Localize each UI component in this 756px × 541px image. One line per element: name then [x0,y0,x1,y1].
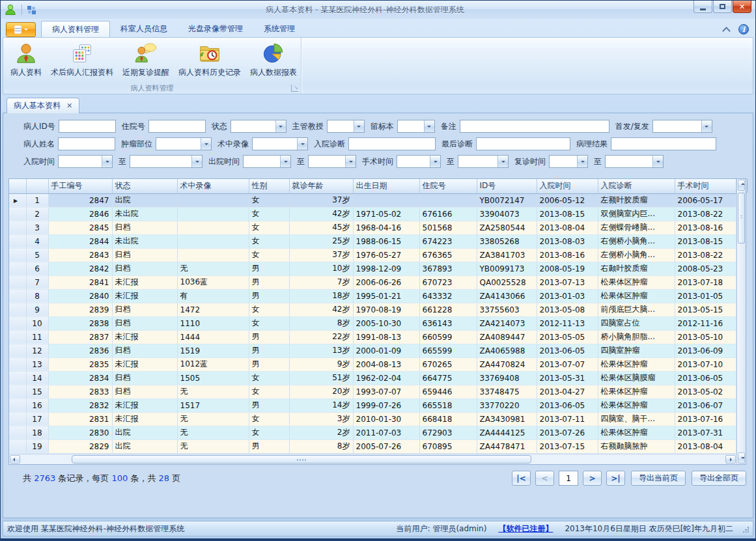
cell-manual_no[interactable]: 2831 [48,412,112,426]
export-button-1[interactable]: 导出当前页 [631,471,686,486]
table-row[interactable]: 92839归档1472女42岁1970-08-19661228337556032… [9,303,736,316]
cell-admit_time[interactable]: 2013-08-16 [537,248,598,262]
cell-diagnosis[interactable]: 桥小脑角胆脂... [598,330,675,344]
cell-diagnosis[interactable]: 松果体区肿瘤 [598,426,675,439]
column-header-admission_no[interactable]: 住院号 [419,179,477,193]
cell-admission_no[interactable]: 665599 [419,344,477,357]
cell-manual_no[interactable]: 2834 [48,371,112,385]
chevron-down-icon[interactable] [430,156,440,167]
cell-birthdate[interactable]: 2011-07-03 [353,426,419,439]
cell-id_no[interactable]: ZA4143066 [477,289,537,303]
table-row[interactable]: 12847出院女37岁YB00721472006-05-12左额叶胶质瘤2006… [9,193,736,207]
cell-admit_time[interactable]: 2012-11-13 [537,316,598,330]
cell-admit_time[interactable]: 2008-05-19 [537,262,598,275]
cell-id_no[interactable]: ZA4089447 [477,330,537,344]
table-row[interactable]: 102838归档1110女8岁2005-10-30636143ZA4214073… [9,316,736,330]
cell-manual_no[interactable]: 2830 [48,426,112,439]
cell-id_no[interactable]: 33748475 [477,385,537,398]
column-header-id_no[interactable]: ID号 [477,179,537,193]
cell-birthdate[interactable]: 1970-08-19 [353,303,419,316]
cell-gender[interactable]: 女 [249,248,289,262]
cell-surgery_time[interactable]: 2013-01-05 [675,289,736,303]
filter-input[interactable] [148,120,206,133]
table-row[interactable]: 142834归档1505女51岁1962-02-0466477533769408… [9,371,736,385]
cell-rownum[interactable]: 18 [26,426,48,439]
ribbon-button-4[interactable]: 病人资料历史记录 [174,40,245,80]
cell-diagnosis[interactable]: 松果体区肿瘤 [598,385,675,398]
cell-gender[interactable]: 男 [249,262,289,275]
cell-age[interactable]: 45岁 [289,221,353,234]
ribbon-button-3[interactable]: 近期复诊提醒 [118,40,174,80]
pager-prev-button[interactable]: < [535,471,554,486]
chevron-down-icon[interactable] [701,120,712,132]
column-header-age[interactable]: 就诊年龄 [289,179,353,193]
cell-gender[interactable]: 女 [249,193,289,207]
cell-admission_no[interactable] [419,193,477,207]
filter-combo[interactable] [605,155,664,168]
cell-rownum[interactable]: 12 [26,344,48,357]
filter-combo[interactable] [397,155,441,168]
row-indicator[interactable] [9,439,26,453]
row-indicator[interactable] [9,316,26,330]
cell-admit_time[interactable]: 2013-06-05 [537,398,598,412]
chevron-down-icon[interactable] [201,138,211,150]
cell-admit_time[interactable]: 2013-04-27 [537,385,598,398]
row-indicator[interactable] [9,330,26,344]
row-indicator[interactable] [9,303,26,316]
cell-birthdate[interactable]: 2004-08-13 [353,357,419,371]
cell-gender[interactable]: 男 [249,398,289,412]
cell-birthdate[interactable]: 2005-07-26 [353,439,419,453]
cell-manual_no[interactable]: 2837 [48,330,112,344]
cell-video[interactable]: 1472 [177,303,249,316]
column-header-birthdate[interactable]: 出生日期 [353,179,419,193]
cell-admit_time[interactable]: 2013-06-05 [537,344,598,357]
filter-input[interactable] [460,120,609,133]
cell-video[interactable]: 1505 [177,371,249,385]
cell-birthdate[interactable]: 1998-12-09 [353,262,419,275]
cell-status[interactable]: 出院 [112,193,177,207]
cell-id_no[interactable]: ZA4470824 [477,357,537,371]
cell-status[interactable]: 出院 [112,439,177,453]
cell-surgery_time[interactable]: 2013-06-05 [675,371,736,385]
row-indicator[interactable] [9,426,26,439]
cell-video[interactable]: 有 [177,289,249,303]
cell-age[interactable]: 8岁 [289,439,353,453]
ribbon-button-1[interactable]: 病人资料 [6,40,46,80]
cell-manual_no[interactable]: 2841 [48,275,112,289]
cell-admit_time[interactable]: 2013-07-15 [537,439,598,453]
cell-age[interactable]: 8岁 [289,316,353,330]
cell-status[interactable]: 归档 [112,385,177,398]
cell-admit_time[interactable]: 2013-05-05 [537,330,598,344]
chevron-down-icon[interactable] [577,156,587,167]
cell-diagnosis[interactable]: 前颅底巨大脑... [598,303,675,316]
cell-surgery_time[interactable]: 2013-07-10 [675,357,736,371]
cell-gender[interactable]: 女 [249,303,289,316]
cell-birthdate[interactable]: 1995-01-21 [353,289,419,303]
table-row[interactable]: 22846未出院女42岁1971-05-02676166339040732013… [9,207,736,221]
cell-diagnosis[interactable]: 左侧桥小脑角... [598,248,675,262]
chevron-down-icon[interactable] [345,156,356,167]
cell-status[interactable]: 未出院 [112,234,177,248]
cell-gender[interactable]: 女 [249,316,289,330]
cell-admission_no[interactable]: 670895 [419,439,477,453]
cell-status[interactable]: 归档 [112,248,177,262]
cell-age[interactable]: 2岁 [289,426,353,439]
collapse-ribbon-icon[interactable] [720,23,732,35]
scroll-up-icon[interactable] [738,180,746,191]
cell-surgery_time[interactable]: 2008-05-23 [675,262,736,275]
cell-diagnosis[interactable]: 左侧蝶骨嵴脑... [598,221,675,234]
cell-birthdate[interactable] [353,193,419,207]
cell-admission_no[interactable]: 665518 [419,398,477,412]
cell-rownum[interactable]: 8 [26,289,48,303]
scroll-right-icon[interactable] [725,455,736,464]
cell-admission_no[interactable]: 661228 [419,303,477,316]
ribbon-tab-1[interactable]: 病人资料管理 [41,21,110,37]
chevron-down-icon[interactable] [297,138,307,150]
cell-status[interactable]: 归档 [112,262,177,275]
cell-status[interactable]: 归档 [112,303,177,316]
export-button-2[interactable]: 导出全部页 [692,471,746,486]
cell-admit_time[interactable]: 2013-08-15 [537,207,598,221]
cell-diagnosis[interactable]: 松果体区肿瘤 [598,275,675,289]
application-menu-button[interactable] [6,22,36,37]
cell-admit_time[interactable]: 2013-07-26 [537,426,598,439]
